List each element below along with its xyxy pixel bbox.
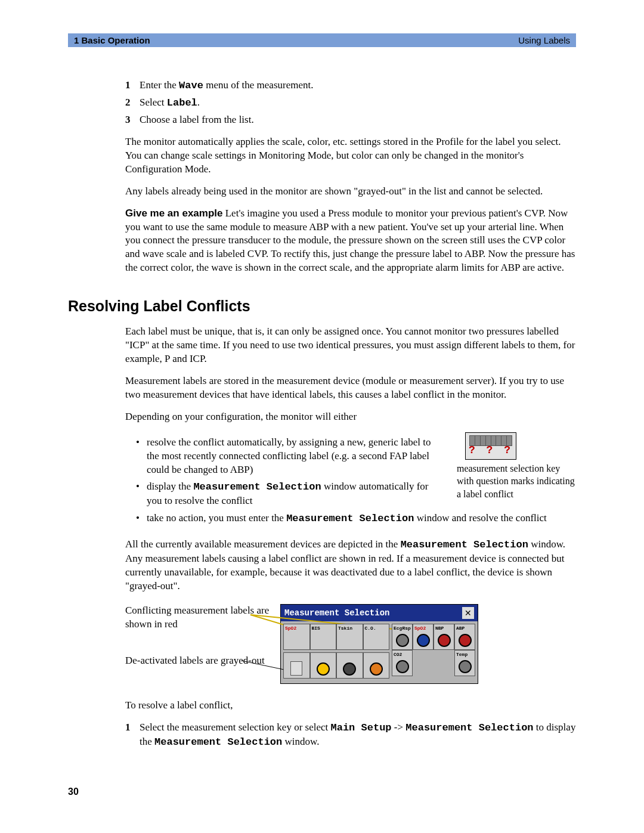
module-socket[interactable] xyxy=(310,652,337,679)
module-nbp[interactable]: NBP xyxy=(434,624,454,650)
question-marks-icon: ? ? ? xyxy=(466,443,516,457)
page-number: 30 xyxy=(68,786,79,797)
bullet-item: • display the Measurement Selection wind… xyxy=(136,480,442,508)
module-spo2[interactable]: SpO2 xyxy=(283,624,310,650)
header-bar: 1 Basic Operation Using Labels xyxy=(68,33,576,47)
step-1: 1 Enter the Wave menu of the measurement… xyxy=(125,79,576,93)
step-3: 3 Choose a label from the list. xyxy=(125,113,576,127)
example-paragraph: Give me an example Let's imagine you use… xyxy=(125,207,576,275)
paragraph: All the currently available measurement … xyxy=(125,538,576,593)
paragraph: Each label must be unique, that is, it c… xyxy=(125,325,576,366)
annotation-grayed-out: De-activated labels are grayed-out xyxy=(125,654,280,668)
module-grayed[interactable] xyxy=(283,652,310,679)
module-socket[interactable] xyxy=(363,652,390,679)
measurement-selection-figure: Conflicting measurement labels are shown… xyxy=(125,604,576,690)
measurement-selection-key-icon: ? ? ? xyxy=(465,432,516,460)
annotation-red-labels: Conflicting measurement labels are shown… xyxy=(125,604,280,631)
paragraph: The monitor automatically applies the sc… xyxy=(125,135,576,176)
module-ecgrsp[interactable]: EcgRsp xyxy=(392,624,413,650)
header-section: Using Labels xyxy=(518,35,570,45)
module-co2[interactable]: CO2 xyxy=(392,650,413,676)
module-spo2-right[interactable]: SpO2 xyxy=(413,624,434,650)
step-2: 2 Select Label. xyxy=(125,96,576,110)
page: 1 Basic Operation Using Labels 1 Enter t… xyxy=(0,0,644,833)
measurement-selection-window: Measurement Selection ✕ SpO2 BIS Tskin C… xyxy=(280,604,478,684)
module-temp[interactable]: Temp xyxy=(454,650,475,676)
resolve-step-1: 1 Select the measurement selection key o… xyxy=(125,721,576,750)
close-icon[interactable]: ✕ xyxy=(462,607,474,619)
bullet-item: • resolve the conflict automatically, by… xyxy=(136,436,442,477)
section-heading: Resolving Label Conflicts xyxy=(68,296,576,317)
figure-annotations: Conflicting measurement labels are shown… xyxy=(125,604,280,690)
paragraph: Depending on your configuration, the mon… xyxy=(125,410,576,424)
figure-caption: measurement selection key with question … xyxy=(457,462,576,501)
header-chapter: 1 Basic Operation xyxy=(74,35,150,45)
module-co[interactable]: C.O. xyxy=(363,624,390,650)
measurement-key-figure: ? ? ? measurement selection key with que… xyxy=(457,432,576,501)
window-title: Measurement Selection xyxy=(284,608,389,619)
bullet-item: • take no action, you must enter the Mea… xyxy=(136,512,576,526)
module-tskin[interactable]: Tskin xyxy=(336,624,363,650)
window-titlebar: Measurement Selection ✕ xyxy=(281,605,478,621)
paragraph: Measurement labels are stored in the mea… xyxy=(125,374,576,402)
module-socket[interactable] xyxy=(336,652,363,679)
page-content: 1 Enter the Wave menu of the measurement… xyxy=(68,47,576,750)
module-bis[interactable]: BIS xyxy=(310,624,337,650)
module-abp[interactable]: ABP xyxy=(454,624,475,650)
paragraph: To resolve a label conflict, xyxy=(125,699,576,713)
paragraph: Any labels already being used in the mon… xyxy=(125,185,576,199)
